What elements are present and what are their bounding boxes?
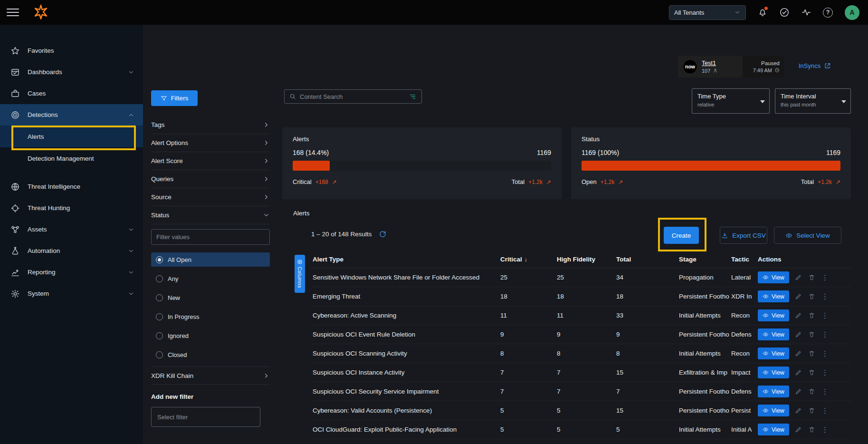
table-row[interactable]: Cybereason: Active Scanning 11 11 33 Ini… bbox=[310, 306, 851, 325]
time-interval-dropdown[interactable]: Time Interval this past month bbox=[775, 88, 851, 114]
view-button[interactable]: View bbox=[758, 290, 789, 302]
select-view-button[interactable]: Select View bbox=[774, 227, 841, 244]
table-row[interactable]: Suspicious OCI Scanning Activity 8 8 8 I… bbox=[310, 344, 851, 363]
more-options-icon[interactable]: ⋮ bbox=[821, 426, 829, 433]
status-option-closed[interactable]: Closed bbox=[151, 347, 270, 362]
view-button[interactable]: View bbox=[758, 367, 789, 378]
delete-trash-icon[interactable] bbox=[808, 312, 816, 319]
delete-trash-icon[interactable] bbox=[808, 350, 816, 357]
header-tactic[interactable]: Tactic bbox=[731, 256, 758, 263]
header-stage[interactable]: Stage bbox=[679, 256, 731, 263]
create-button[interactable]: Create bbox=[664, 227, 699, 244]
filter-group-alert-score[interactable]: Alert Score bbox=[151, 152, 270, 170]
refresh-icon[interactable] bbox=[379, 230, 387, 238]
sort-desc-icon[interactable]: ↓ bbox=[525, 256, 527, 263]
delete-trash-icon[interactable] bbox=[808, 293, 816, 300]
table-row[interactable]: Cybereason: Valid Accounts (Persistence)… bbox=[310, 401, 851, 420]
time-type-dropdown[interactable]: Time Type relative bbox=[692, 88, 770, 114]
export-csv-button[interactable]: Export CSV bbox=[720, 227, 767, 244]
edit-pencil-icon[interactable] bbox=[795, 350, 802, 357]
more-options-icon[interactable]: ⋮ bbox=[821, 312, 829, 319]
edit-pencil-icon[interactable] bbox=[795, 426, 802, 434]
sidebar-item-alerts[interactable]: Alerts bbox=[0, 125, 143, 147]
delete-trash-icon[interactable] bbox=[808, 426, 816, 434]
more-options-icon[interactable]: ⋮ bbox=[821, 388, 829, 395]
insyncs-link[interactable]: InSyncs bbox=[799, 62, 831, 69]
view-button[interactable]: View bbox=[758, 271, 789, 283]
sidebar-item-favorites[interactable]: Favorites bbox=[0, 40, 143, 61]
content-search-input[interactable] bbox=[300, 93, 405, 100]
table-row[interactable]: Suspicious OCI Instance Activity 7 7 15 … bbox=[310, 363, 851, 382]
user-avatar[interactable]: A bbox=[845, 5, 859, 20]
edit-pencil-icon[interactable] bbox=[795, 293, 802, 300]
help-icon[interactable]: ? bbox=[823, 7, 833, 18]
view-button[interactable]: View bbox=[758, 347, 789, 359]
filter-group-status[interactable]: Status bbox=[151, 206, 270, 224]
more-options-icon[interactable]: ⋮ bbox=[821, 407, 829, 414]
sidebar-item-reporting[interactable]: Reporting bbox=[0, 261, 143, 283]
scheduler-name[interactable]: Test1 bbox=[702, 60, 718, 67]
view-button[interactable]: View bbox=[758, 328, 789, 340]
edit-pencil-icon[interactable] bbox=[795, 369, 802, 376]
filter-group-source[interactable]: Source bbox=[151, 188, 270, 206]
notifications-bell-icon[interactable] bbox=[757, 7, 768, 18]
status-option-all-open[interactable]: All Open bbox=[151, 252, 270, 267]
activity-pulse-icon[interactable] bbox=[801, 7, 811, 18]
more-options-icon[interactable]: ⋮ bbox=[821, 350, 829, 357]
edit-pencil-icon[interactable] bbox=[795, 312, 802, 319]
more-options-icon[interactable]: ⋮ bbox=[821, 331, 829, 338]
table-row[interactable]: OCI CloudGuard: Exploit Public-Facing Ap… bbox=[310, 420, 851, 439]
status-option-any[interactable]: Any bbox=[151, 271, 270, 286]
view-button[interactable]: View bbox=[758, 405, 789, 416]
edit-pencil-icon[interactable] bbox=[795, 407, 802, 415]
edit-pencil-icon[interactable] bbox=[795, 388, 802, 396]
delete-trash-icon[interactable] bbox=[808, 369, 816, 376]
sidebar-item-threat-hunting[interactable]: Threat Hunting bbox=[0, 197, 143, 219]
header-total[interactable]: Total bbox=[616, 256, 679, 263]
header-alert-type[interactable]: Alert Type bbox=[310, 256, 500, 263]
view-button[interactable]: View bbox=[758, 424, 789, 435]
sidebar-item-cases[interactable]: Cases bbox=[0, 83, 143, 104]
more-options-icon[interactable]: ⋮ bbox=[821, 369, 829, 376]
sidebar-item-dashboards[interactable]: Dashboards bbox=[0, 61, 143, 83]
header-critical[interactable]: Critical↓ bbox=[500, 256, 557, 263]
filter-group-xdr-kill-chain[interactable]: XDR Kill Chain bbox=[151, 367, 270, 385]
table-row[interactable]: Emerging Threat 18 18 18 Persistent Foot… bbox=[310, 287, 851, 306]
select-filter-input[interactable] bbox=[151, 407, 260, 427]
search-filter-icon[interactable] bbox=[409, 93, 417, 100]
more-options-icon[interactable]: ⋮ bbox=[821, 274, 829, 281]
delete-trash-icon[interactable] bbox=[808, 407, 816, 415]
table-row[interactable]: Suspicious OCI Security Service Impairme… bbox=[310, 382, 851, 401]
sidebar-item-system[interactable]: System bbox=[0, 283, 143, 304]
scheduler-widget[interactable]: now Test1 107 Paused 7:49 AM bbox=[678, 56, 784, 77]
table-row[interactable]: Suspicious OCI Event Rule Deletion 9 9 9… bbox=[310, 325, 851, 344]
status-option-in-progress[interactable]: In Progress bbox=[151, 309, 270, 324]
filter-group-alert-options[interactable]: Alert Options bbox=[151, 134, 270, 152]
edit-pencil-icon[interactable] bbox=[795, 331, 802, 338]
menu-icon[interactable] bbox=[7, 9, 19, 16]
check-circle-icon[interactable] bbox=[779, 7, 790, 18]
sidebar-item-threat-intelligence[interactable]: Threat Intelligence bbox=[0, 176, 143, 197]
delete-trash-icon[interactable] bbox=[808, 331, 816, 338]
status-option-new[interactable]: New bbox=[151, 290, 270, 305]
columns-button[interactable]: Columns bbox=[295, 255, 305, 293]
filters-button[interactable]: Filters bbox=[151, 90, 198, 106]
more-options-icon[interactable]: ⋮ bbox=[821, 293, 829, 300]
brand-logo-icon[interactable] bbox=[32, 4, 49, 21]
header-high-fidelity[interactable]: High Fidelity bbox=[557, 256, 616, 263]
sidebar-item-automation[interactable]: Automation bbox=[0, 240, 143, 261]
status-option-ignored[interactable]: Ignored bbox=[151, 328, 270, 343]
status-filter-values-input[interactable] bbox=[151, 229, 270, 245]
table-row[interactable]: Sensitive Windows Network Share File or … bbox=[310, 268, 851, 287]
filter-group-tags[interactable]: Tags bbox=[151, 116, 270, 134]
view-button[interactable]: View bbox=[758, 386, 789, 397]
tenant-selector[interactable]: All Tenants bbox=[669, 5, 746, 20]
sidebar-item-assets[interactable]: Assets bbox=[0, 219, 143, 240]
delete-trash-icon[interactable] bbox=[808, 388, 816, 396]
view-button[interactable]: View bbox=[758, 309, 789, 321]
sidebar-item-detection-management[interactable]: Detection Management bbox=[0, 147, 143, 169]
filter-group-queries[interactable]: Queries bbox=[151, 170, 270, 188]
delete-trash-icon[interactable] bbox=[808, 274, 816, 281]
sidebar-item-detections[interactable]: Detections bbox=[0, 104, 143, 125]
edit-pencil-icon[interactable] bbox=[795, 274, 802, 281]
